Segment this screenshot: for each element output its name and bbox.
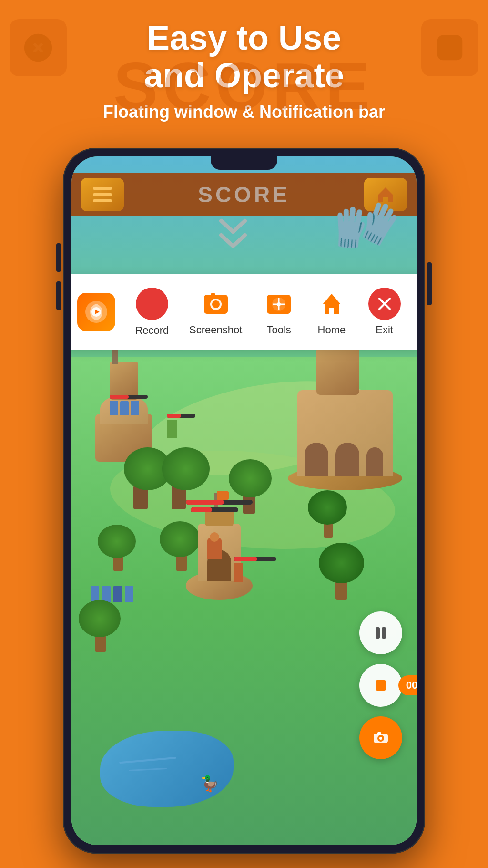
- volume-down-button: [56, 281, 61, 310]
- app-logo: [77, 293, 115, 331]
- screenshot-button[interactable]: Screenshot: [189, 288, 242, 336]
- phone-frame: SCORE 🧤: [63, 148, 425, 854]
- header-section: SCORE Easy to Use and Operate Floating w…: [0, 19, 488, 122]
- home-button[interactable]: Home: [315, 288, 348, 336]
- power-button: [427, 262, 432, 305]
- trees-far-left: [76, 595, 133, 652]
- tools-icon: [263, 288, 295, 320]
- svg-rect-24: [377, 732, 381, 735]
- exit-button[interactable]: Exit: [368, 288, 401, 336]
- record-label: Record: [135, 324, 169, 337]
- record-button[interactable]: Record: [135, 287, 169, 337]
- trees-center: [129, 433, 214, 509]
- score-label: SCORE: [198, 182, 290, 207]
- game-landscape: 🦆: [71, 357, 417, 845]
- tree-left: [95, 524, 148, 571]
- svg-point-23: [379, 737, 382, 740]
- volume-up-button: [56, 243, 61, 272]
- soldier-group-1: [110, 395, 148, 415]
- svg-rect-19: [382, 627, 386, 639]
- home-icon: [315, 288, 348, 320]
- svg-point-9: [212, 300, 220, 308]
- water-area: 🦆: [100, 731, 234, 807]
- soldier-group-2: [167, 414, 195, 438]
- home-label: Home: [318, 324, 346, 336]
- stop-button[interactable]: 00:22: [359, 664, 402, 707]
- screenshot-label: Screenshot: [189, 324, 242, 336]
- menu-button: [81, 178, 124, 211]
- trees-right-mid: [307, 490, 359, 538]
- right-castle: [288, 366, 402, 490]
- pause-button[interactable]: [359, 611, 402, 654]
- svg-rect-18: [376, 627, 380, 639]
- svg-rect-10: [211, 293, 215, 297]
- chevron-arrows: [216, 218, 250, 254]
- tools-button[interactable]: Tools: [263, 288, 295, 336]
- recording-controls: 00:22: [359, 611, 402, 759]
- svg-rect-2: [93, 187, 112, 190]
- tools-label: Tools: [266, 324, 291, 336]
- exit-icon: [368, 288, 401, 320]
- exit-label: Exit: [376, 324, 393, 336]
- cavalry-figure: [207, 538, 222, 559]
- recording-tools-button[interactable]: [359, 716, 402, 759]
- svg-rect-20: [376, 680, 386, 691]
- svg-point-15: [277, 302, 281, 306]
- recording-timer: 00:22: [398, 675, 417, 695]
- game-screen: SCORE 🧤: [71, 156, 417, 845]
- archer-figure: [234, 557, 276, 582]
- phone-mockup: SCORE 🧤: [63, 148, 425, 854]
- phone-screen: SCORE 🧤: [71, 156, 417, 845]
- trees-bottom-right: [316, 538, 388, 600]
- svg-rect-3: [93, 193, 112, 196]
- svg-rect-4: [93, 199, 112, 202]
- record-circle-icon: [136, 288, 168, 320]
- phone-notch: [211, 156, 277, 170]
- toolbar-items: Record: [125, 287, 411, 337]
- floating-toolbar: Record: [71, 274, 417, 350]
- screenshot-icon: [200, 288, 232, 320]
- record-icon-container: [135, 287, 169, 320]
- tower-health-bar: [186, 500, 253, 512]
- bg-score-text: SCORE: [0, 48, 488, 125]
